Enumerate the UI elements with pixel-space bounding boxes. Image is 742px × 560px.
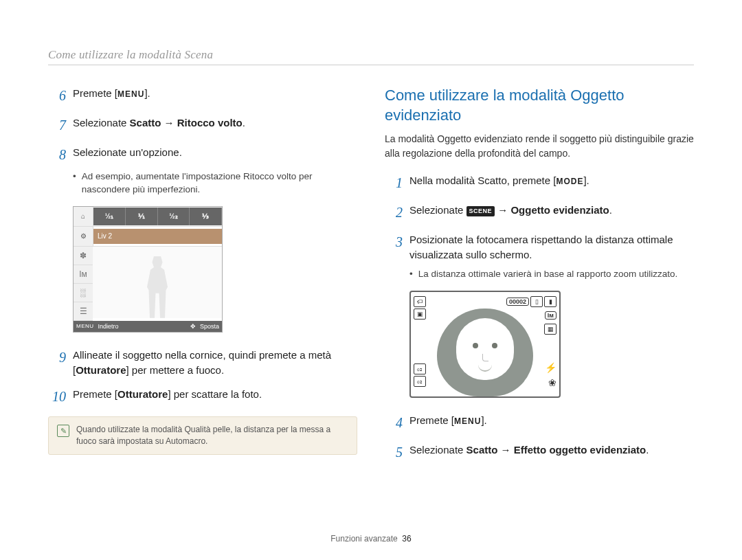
osd-icon: ▣ [414, 309, 426, 320]
step-text: Posizionate la fotocamera rispettando la… [409, 232, 694, 262]
bold-text: Effetto oggetto evidenziato [514, 444, 647, 456]
note-icon: ✎ [57, 425, 69, 437]
menu-icon: MENU [76, 323, 94, 329]
menu-label: MENU [117, 89, 144, 99]
bold-text: Scatto [466, 444, 498, 456]
preview-canvas [93, 247, 222, 318]
side-icon: ⌂ [74, 207, 93, 226]
osd-icon: ₀₂ [414, 376, 426, 387]
menu-label: MENU [454, 416, 481, 426]
step-number: 6 [48, 86, 66, 106]
osd-icon: 🏷 [414, 296, 426, 307]
step-number: 8 [48, 145, 66, 165]
step-text: Selezionate [409, 204, 466, 216]
step-number: 9 [48, 348, 66, 368]
step-4: 4 Premete [MENU]. [385, 413, 694, 433]
step-number: 3 [385, 232, 403, 252]
step-text: Selezionate un'opzione. [73, 145, 357, 160]
back-label: Indietro [98, 323, 119, 330]
bold-text: Oggetto evidenziato [510, 204, 609, 216]
sub-bullet: Ad esempio, aumentate l'impostazione Rit… [73, 170, 357, 197]
battery-icon: ▮ [544, 296, 556, 307]
step-text: ] per scattare la foto. [168, 388, 262, 400]
quality-osd: Iм [545, 311, 556, 320]
scene-chip-icon: SCENE [466, 206, 495, 216]
counter-osd: 00002 [506, 298, 529, 306]
step-10: 10 Premete [Otturatore] per scattare la … [48, 387, 357, 407]
arrow: → [161, 117, 177, 128]
osd-icon: ₀₂ [414, 363, 426, 374]
step-number: 1 [385, 173, 403, 193]
step-1: 1 Nella modalità Scatto, premete [MODE]. [385, 173, 694, 193]
left-column: 6 Premete [MENU]. 7 Selezionate Scatto →… [48, 86, 357, 472]
side-icon: ░ [74, 284, 93, 302]
step-8: 8 Selezionate un'opzione. [48, 145, 357, 165]
nav-icon: ✥ [190, 323, 196, 330]
step-text: . [646, 444, 649, 456]
page-number: 36 [402, 534, 411, 544]
note-text: Quando utilizzate la modalità Qualità pe… [76, 424, 348, 447]
section-description: La modalità Oggetto evidenziato rende il… [385, 132, 694, 161]
side-icon: ☰ [74, 302, 93, 321]
camera-ui-screenshot-retouch: ⌂ ½₁ ⅟₁ ½₂ ⅟₃ ⚙ Liv 2 ✽ Iм [73, 206, 223, 333]
side-icon: ⚙ [74, 227, 93, 246]
step-3: 3 Posizionate la fotocamera rispettando … [385, 232, 694, 262]
level-tab: ½₂ [158, 208, 190, 225]
arrow: → [495, 204, 510, 216]
step-number: 7 [48, 115, 66, 135]
grid-icon: ▦ [544, 324, 556, 335]
step-2: 2 Selezionate SCENE → Oggetto evidenziat… [385, 203, 694, 223]
step-text: ]. [481, 414, 486, 426]
step-text: ] per mettere a fuoco. [126, 364, 225, 376]
macro-icon: ❀ [548, 377, 556, 388]
step-5: 5 Selezionate Scatto → Effetto oggetto e… [385, 443, 694, 462]
mode-label: MODE [556, 177, 583, 186]
section-title: Come utilizzare la modalità Oggetto evid… [385, 86, 694, 125]
step-text: Premete [ [409, 414, 454, 426]
side-icon: Iм [74, 265, 93, 284]
step-7: 7 Selezionate Scatto → Ritocco volto. [48, 115, 357, 135]
ui-footer: MENU Indietro ✥ Sposta [74, 321, 222, 332]
page-footer: Funzioni avanzate 36 [0, 534, 742, 544]
step-text: Selezionate [409, 444, 466, 456]
step-number: 10 [48, 387, 66, 407]
step-number: 5 [385, 443, 403, 462]
step-text: . [609, 204, 612, 216]
level-indicator: Liv 2 [93, 229, 222, 244]
step-text: Nella modalità Scatto, premete [ [409, 175, 556, 186]
level-tab: ⅟₁ [126, 208, 158, 225]
step-text: . [243, 117, 245, 128]
step-text: Premete [ [73, 388, 117, 400]
step-9: 9 Allineate il soggetto nella cornice, q… [48, 348, 357, 378]
side-icon: ✽ [74, 247, 93, 265]
level-tab: ⅟₃ [190, 208, 222, 225]
step-text: ]. [144, 87, 150, 99]
footer-label: Funzioni avanzate [330, 534, 397, 544]
step-number: 2 [385, 203, 403, 223]
step-6: 6 Premete [MENU]. [48, 86, 357, 106]
portrait-illustration [437, 309, 533, 396]
sub-bullet: La distanza ottimale varierà in base al … [409, 268, 694, 281]
sd-card-icon: ▯ [530, 296, 543, 307]
arrow: → [497, 444, 513, 456]
flash-icon: ⚡ [545, 362, 556, 373]
bold-text: Scatto [130, 117, 161, 128]
step-text: Selezionate [73, 117, 130, 128]
move-label: Sposta [200, 323, 219, 330]
step-text: Premete [ [73, 87, 117, 99]
bold-text: Otturatore [117, 388, 168, 400]
bold-text: Otturatore [76, 364, 126, 376]
section-header: Come utilizzare la modalità Scena [48, 48, 694, 65]
right-column: Come utilizzare la modalità Oggetto evid… [385, 86, 694, 472]
step-number: 4 [385, 413, 403, 433]
note-box: ✎ Quando utilizzate la modalità Qualità … [48, 416, 357, 455]
person-silhouette-icon [140, 256, 175, 318]
level-tab: ½₁ [93, 208, 126, 225]
bold-text: Ritocco volto [177, 117, 243, 128]
step-text: ]. [583, 175, 589, 186]
camera-ui-screenshot-highlight: 🏷 ▣ ₀₂ ₀₂ 00002 ▯ ▮ Iм ▦ [409, 291, 561, 398]
